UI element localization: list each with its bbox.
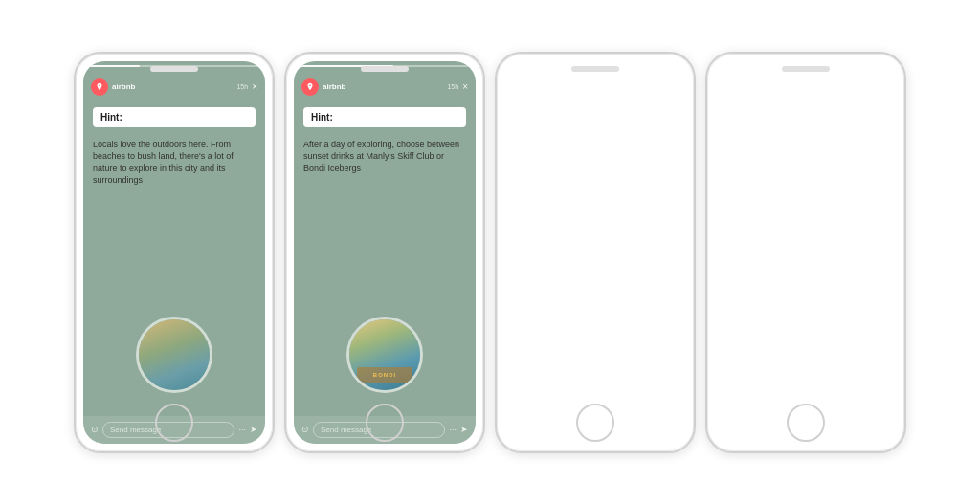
footer-1: ⊙ Send message ··· ➤ [83,416,265,444]
hint-box-1: Hint: [93,107,256,127]
hint-text-2: After a day of exploring, choose between… [303,139,466,175]
phone-3: airbnb 15h × Can you guess? AUCKLAND SYD… [495,52,696,453]
send-message-1[interactable]: Send message [102,422,234,438]
close-icon-2[interactable]: × [462,81,468,92]
footer-2: ⊙ Send message ··· ➤ [294,416,476,444]
time-2: 15h [447,83,458,90]
hint-box-2: Hint: [303,107,466,127]
dots-icon-2[interactable]: ··· [449,425,457,434]
camera-icon-1[interactable]: ⊙ [91,425,99,434]
hint-label-2: Hint: [311,112,458,122]
close-icon-1[interactable]: × [252,81,257,92]
camera-icon-2[interactable]: ⊙ [301,425,309,434]
phone-2: airbnb 15h × Hint: After a day of explor… [284,52,485,453]
send-message-2[interactable]: Send message [313,422,445,438]
hint-text-1: Locals love the outdoors here. From beac… [93,139,256,186]
time-1: 15h [236,83,248,90]
phone-4: airbnb 15h × We're in 📍 SYDNEY, AUSTRALI… [705,52,906,453]
circle-image-2: BONDI [303,317,466,393]
username-2: airbnb [323,82,444,91]
airbnb-logo-2 [301,78,319,96]
phone-1: airbnb 15h × Hint: Locals love the outdo… [74,52,275,453]
username-1: airbnb [112,82,234,91]
phones-container: airbnb 15h × Hint: Locals love the outdo… [55,33,925,472]
hint-label-1: Hint: [100,112,248,122]
dots-icon-1[interactable]: ··· [238,425,246,434]
send-icon-2[interactable]: ➤ [460,425,468,434]
airbnb-logo-1 [91,78,108,96]
circle-image-1 [93,317,256,393]
send-icon-1[interactable]: ➤ [250,425,257,434]
